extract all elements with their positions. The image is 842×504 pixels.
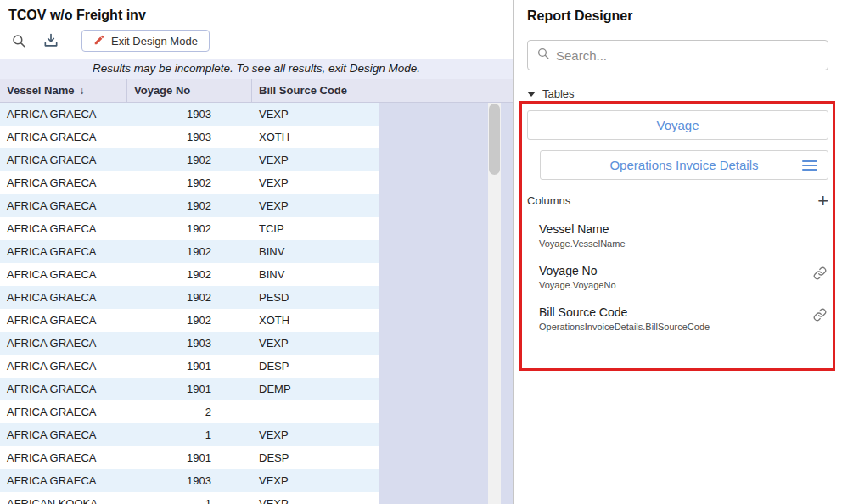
table-row[interactable]: AFRICA GRAECA1902VEXP — [0, 171, 379, 194]
column-header-vessel-name[interactable]: Vessel Name ↓ — [0, 79, 127, 102]
table-cell: 1902 — [127, 171, 252, 194]
table-cell: AFRICAN KOOKA — [0, 492, 127, 504]
table-button-voyage[interactable]: Voyage — [527, 110, 828, 140]
report-title: TCOV w/o Freight inv — [0, 0, 513, 25]
table-cell: AFRICA GRAECA — [0, 103, 127, 126]
table-cell: AFRICA GRAECA — [0, 378, 127, 400]
table-cell: AFRICA GRAECA — [0, 286, 127, 309]
column-header-label: Vessel Name — [7, 84, 75, 97]
column-header-bill-source-code[interactable]: Bill Source Code — [252, 79, 379, 102]
table-body: AFRICA GRAECA1903VEXPAFRICA GRAECA1903XO… — [0, 103, 513, 504]
table-button-operations-invoice-details[interactable]: Operations Invoice Details — [540, 150, 828, 180]
table-cell: 1903 — [127, 126, 252, 148]
tables-section-toggle[interactable]: Tables — [514, 87, 842, 100]
table-cell: VEXP — [252, 103, 379, 126]
table-row[interactable]: AFRICA GRAECA1903VEXP — [0, 469, 379, 492]
table-cell: VEXP — [252, 469, 379, 492]
table-cell: AFRICA GRAECA — [0, 355, 127, 378]
add-column-icon[interactable]: + — [817, 195, 828, 207]
table-cell: AFRICA GRAECA — [0, 148, 127, 171]
table-cell: AFRICA GRAECA — [0, 126, 127, 148]
table-row[interactable]: AFRICA GRAECA1901DESP — [0, 446, 379, 469]
table-row[interactable]: AFRICA GRAECA1903VEXP — [0, 332, 379, 355]
table-cell: 1902 — [127, 240, 252, 263]
table-cell: DESP — [252, 446, 379, 469]
table-row[interactable]: AFRICA GRAECA1901DEMP — [0, 378, 379, 400]
results-grid: Vessel Name ↓ Voyage No Bill Source Code… — [0, 79, 513, 504]
table-cell: BINV — [252, 240, 379, 263]
table-cell: XOTH — [252, 126, 379, 148]
table-cell: BINV — [252, 263, 379, 286]
table-row[interactable]: AFRICA GRAECA1902BINV — [0, 263, 379, 286]
search-icon — [536, 47, 550, 64]
table-cell: AFRICA GRAECA — [0, 309, 127, 332]
tables-section-label: Tables — [542, 87, 575, 100]
designer-search — [527, 40, 828, 70]
table-cell: AFRICA GRAECA — [0, 469, 127, 492]
menu-icon[interactable] — [802, 160, 817, 171]
table-cell: VEXP — [252, 423, 379, 446]
scrollbar-thumb[interactable] — [489, 104, 500, 175]
table-cell: AFRICA GRAECA — [0, 194, 127, 217]
table-row[interactable]: AFRICA GRAECA1902VEXP — [0, 194, 379, 217]
table-cell: 1901 — [127, 446, 252, 469]
columns-header: Columns + — [527, 194, 828, 207]
designer-search-input[interactable] — [556, 48, 819, 63]
table-cell: 1902 — [127, 148, 252, 171]
table-cell: DESP — [252, 355, 379, 378]
table-cell: AFRICA GRAECA — [0, 332, 127, 355]
table-cell: VEXP — [252, 332, 379, 355]
table-cell: 1903 — [127, 332, 252, 355]
table-cell: 1901 — [127, 378, 252, 400]
table-row[interactable]: AFRICA GRAECA1902XOTH — [0, 309, 379, 332]
designer-column-item[interactable]: Bill Source CodeOperationsInvoiceDetails… — [539, 305, 828, 332]
table-cell: AFRICA GRAECA — [0, 171, 127, 194]
table-cell: VEXP — [252, 148, 379, 171]
table-row[interactable]: AFRICA GRAECA1902VEXP — [0, 148, 379, 171]
table-cell: 1902 — [127, 286, 252, 309]
table-cell: 1902 — [127, 194, 252, 217]
table-row[interactable]: AFRICA GRAECA1903XOTH — [0, 126, 379, 148]
table-cell: AFRICA GRAECA — [0, 263, 127, 286]
column-header-voyage-no[interactable]: Voyage No — [127, 79, 252, 102]
table-cell: VEXP — [252, 171, 379, 194]
designer-column-source: Voyage.VesselName — [539, 238, 828, 249]
vertical-scrollbar[interactable] — [488, 103, 501, 504]
table-cell: AFRICA GRAECA — [0, 240, 127, 263]
table-row[interactable]: AFRICA GRAECA1VEXP — [0, 423, 379, 446]
download-icon[interactable] — [41, 31, 61, 51]
table-cell: 1903 — [127, 103, 252, 126]
designer-column-item[interactable]: Vessel NameVoyage.VesselName — [539, 222, 828, 249]
table-cell: PESD — [252, 286, 379, 309]
table-cell: 1 — [127, 492, 252, 504]
table-cell: 1902 — [127, 263, 252, 286]
table-cell: 1902 — [127, 217, 252, 240]
table-cell: TCIP — [252, 217, 379, 240]
table-cell — [252, 400, 379, 423]
table-row[interactable]: AFRICA GRAECA1902TCIP — [0, 217, 379, 240]
header-filler — [379, 79, 513, 102]
search-icon[interactable] — [8, 31, 29, 51]
pencil-icon — [93, 34, 105, 48]
table-row[interactable]: AFRICA GRAECA1901DESP — [0, 355, 379, 378]
designer-title: Report Designer — [514, 0, 842, 24]
designer-column-source: Voyage.VoyageNo — [539, 280, 828, 290]
table-row[interactable]: AFRICAN KOOKA1VEXP — [0, 492, 379, 504]
table-row[interactable]: AFRICA GRAECA1903VEXP — [0, 103, 379, 126]
columns-label: Columns — [527, 194, 570, 207]
link-icon[interactable] — [813, 266, 827, 283]
app-window: TCOV w/o Freight inv Exit Design Mode — [0, 0, 842, 504]
table-row[interactable]: AFRICA GRAECA1902PESD — [0, 286, 379, 309]
report-toolbar: Exit Design Mode — [0, 25, 513, 59]
designer-column-item[interactable]: Voyage NoVoyage.VoyageNo — [539, 264, 828, 290]
report-designer-panel: Report Designer Tables Voyage Operations… — [514, 0, 842, 504]
table-cell: AFRICA GRAECA — [0, 217, 127, 240]
link-icon[interactable] — [813, 308, 827, 325]
table-cell: VEXP — [252, 492, 379, 504]
table-row[interactable]: AFRICA GRAECA2 — [0, 400, 379, 423]
exit-design-mode-button[interactable]: Exit Design Mode — [81, 30, 210, 52]
table-row[interactable]: AFRICA GRAECA1902BINV — [0, 240, 379, 263]
table-cell: XOTH — [252, 309, 379, 332]
designer-column-source: OperationsInvoiceDetails.BillSourceCode — [539, 322, 828, 332]
table-cell: 1903 — [127, 469, 252, 492]
